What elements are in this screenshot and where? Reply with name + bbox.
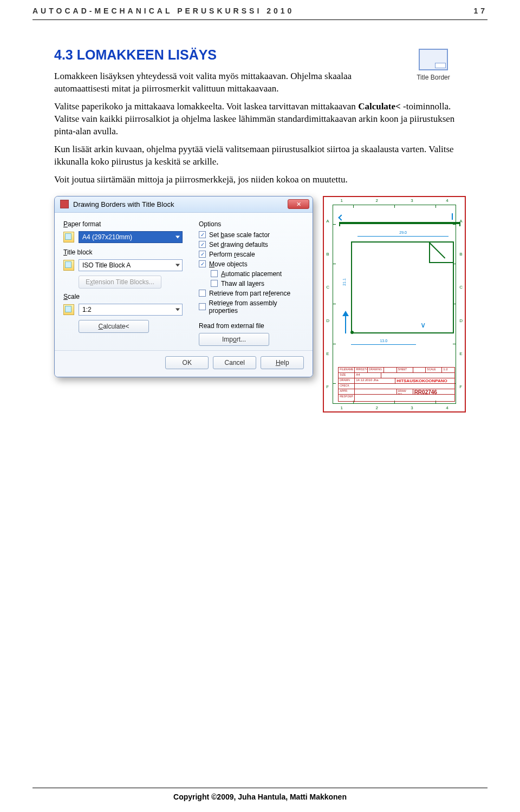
section-heading: 4.3 LOMAKKEEN LISÄYS bbox=[54, 47, 466, 63]
row-letters-left: ABCDEF bbox=[326, 205, 329, 404]
title-block: FILENAMERR02746_1 DRAWING SHEET SCALE1:2… bbox=[338, 367, 455, 402]
paragraph-3: Kun lisäät arkin kuvaan, ohjelma pyytää … bbox=[54, 143, 466, 168]
title-block-label: itle block bbox=[67, 248, 93, 256]
cancel-button[interactable]: Cancel bbox=[213, 356, 256, 369]
datum-arrow-icon bbox=[341, 312, 350, 333]
drawing-preview: 1234 1234 ABCDEF ABCDEF 29.0 bbox=[323, 196, 466, 412]
title-block-icon bbox=[63, 260, 74, 271]
origin-dot-icon bbox=[350, 331, 354, 334]
page-footer: Copyright ©2009, Juha Hantula, Matti Mak… bbox=[0, 788, 520, 801]
dimension-side: 21.1 bbox=[342, 278, 346, 286]
title-block-select[interactable]: ISO Title Block A bbox=[79, 259, 183, 271]
chamfer-flap bbox=[429, 241, 454, 263]
opt-thaw[interactable]: Thaw all layers bbox=[211, 280, 304, 287]
dialog-titlebar[interactable]: Drawing Borders with Title Block ✕ bbox=[55, 197, 313, 213]
help-button[interactable]: Help bbox=[261, 356, 304, 369]
header-title: AUTOCAD-MECHANICAL PERUSKURSSI 2010 bbox=[32, 6, 294, 15]
page-header: AUTOCAD-MECHANICAL PERUSKURSSI 2010 17 bbox=[0, 0, 520, 19]
paragraph-4: Voit joutua siirtämään mittoja ja piirro… bbox=[54, 174, 466, 186]
opt-retrieve-part[interactable]: Retrieve from part reference bbox=[199, 290, 304, 297]
opt-rescale[interactable]: ✓Perform rescale bbox=[199, 251, 304, 258]
top-beam bbox=[340, 222, 459, 224]
header-rule bbox=[32, 19, 487, 20]
paper-format-label: aper format bbox=[68, 220, 101, 228]
opt-drawing-defaults[interactable]: ✓Set drawing defaults bbox=[199, 241, 304, 248]
scale-select[interactable]: 1:2 bbox=[79, 304, 183, 316]
dialog-drawing-borders: Drawing Borders with Title Block ✕ Paper… bbox=[54, 196, 313, 377]
scale-icon bbox=[63, 304, 74, 315]
row-letters-right: ABCDEF bbox=[459, 205, 463, 404]
corner-mark-icon bbox=[452, 213, 453, 220]
paper-format-select[interactable]: A4 (297x210mm) bbox=[79, 231, 183, 243]
extension-title-blocks-button[interactable]: Extension Title Blocks... bbox=[79, 276, 161, 289]
opt-retrieve-asm[interactable]: Retrieve from assembly properties bbox=[199, 299, 304, 315]
chevron-down-icon bbox=[176, 235, 180, 238]
scale-label: cale bbox=[68, 293, 80, 300]
dialog-title: Drawing Borders with Title Block bbox=[73, 200, 288, 208]
calculate-button[interactable]: Calculate< bbox=[79, 320, 149, 333]
paragraph-1: Lomakkeen lisäyksen yhteydessä voit vali… bbox=[54, 70, 358, 95]
opt-move-objects[interactable]: ✓Move objects bbox=[199, 260, 304, 268]
close-button[interactable]: ✕ bbox=[288, 199, 309, 209]
paragraph-2: Valitse paperikoko ja mittakaava lomakke… bbox=[54, 101, 466, 138]
chevron-down-icon bbox=[176, 308, 180, 311]
read-external-label: Read from external file bbox=[199, 322, 304, 330]
col-numbers-bottom: 1234 bbox=[324, 405, 465, 410]
paper-format-icon bbox=[63, 232, 74, 243]
opt-base-scale[interactable]: ✓Set base scale factor bbox=[199, 231, 304, 239]
dialog-app-icon bbox=[60, 200, 69, 208]
opt-auto-place[interactable]: Automatic placement bbox=[211, 270, 304, 278]
copyright-text: Copyright ©2009, Juha Hantula, Matti Mak… bbox=[173, 793, 347, 801]
chevron-down-icon bbox=[176, 264, 180, 266]
v-mark-icon bbox=[420, 320, 431, 329]
dimension-bottom: 13.0 bbox=[351, 339, 416, 343]
header-page: 17 bbox=[473, 6, 487, 15]
import-button[interactable]: Import... bbox=[199, 333, 269, 346]
col-numbers-top: 1234 bbox=[324, 198, 465, 203]
main-plate bbox=[351, 241, 454, 333]
options-label: Options bbox=[199, 220, 304, 228]
dimension-top: 29.0 bbox=[358, 231, 448, 234]
ok-button[interactable]: OK bbox=[165, 356, 209, 369]
